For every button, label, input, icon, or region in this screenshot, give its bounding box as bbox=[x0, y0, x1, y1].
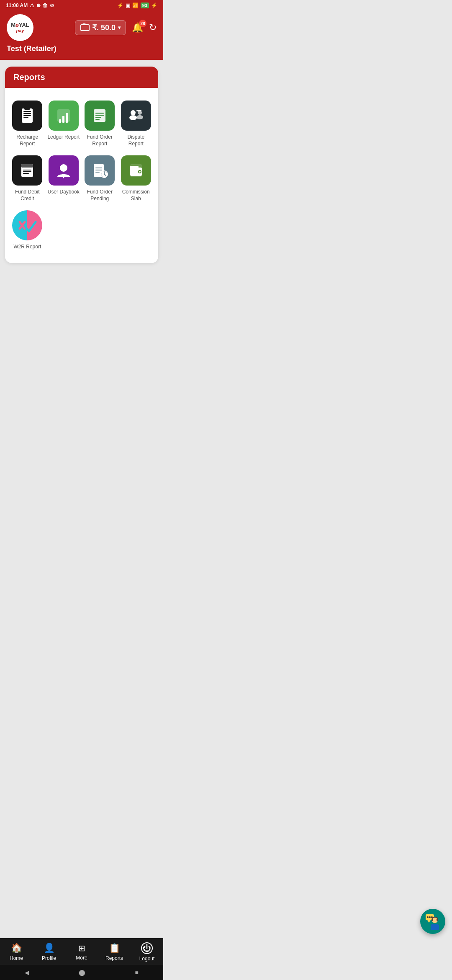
commission-slab-icon bbox=[121, 155, 151, 186]
svg-rect-5 bbox=[24, 108, 30, 110]
svg-rect-11 bbox=[95, 113, 104, 114]
empty-space bbox=[0, 270, 163, 379]
commission-slab-item[interactable]: Commission Slab bbox=[118, 151, 154, 206]
fund-order-pending-item[interactable]: Fund Order Pending bbox=[82, 151, 118, 206]
recharge-report-item[interactable]: Recharge Report bbox=[9, 96, 46, 151]
battery-level: 93 bbox=[141, 3, 149, 8]
fund-debit-credit-item[interactable]: Fund Debit Credit bbox=[9, 151, 46, 206]
user-daybook-label: User Daybook bbox=[48, 189, 80, 196]
fund-debit-credit-label: Fund Debit Credit bbox=[11, 189, 44, 202]
fund-order-report-icon bbox=[85, 101, 115, 131]
commission-slab-label: Commission Slab bbox=[120, 189, 153, 202]
svg-point-16 bbox=[129, 115, 137, 120]
fund-order-pending-icon bbox=[85, 155, 115, 186]
fund-order-report-item[interactable]: Fund Order Report bbox=[82, 96, 118, 151]
fund-order-pending-label: Fund Order Pending bbox=[83, 189, 116, 202]
fund-debit-credit-icon bbox=[12, 155, 42, 186]
at-icon: ⊕ bbox=[36, 3, 41, 8]
dispute-report-item[interactable]: Dispute Report bbox=[118, 96, 154, 151]
w2r-report-label: W2R Report bbox=[13, 244, 41, 250]
svg-rect-23 bbox=[23, 171, 31, 172]
chevron-down-icon: ▾ bbox=[118, 25, 121, 31]
recharge-report-label: Recharge Report bbox=[11, 134, 44, 147]
dispute-report-icon bbox=[121, 101, 151, 131]
svg-rect-22 bbox=[23, 170, 31, 170]
svg-rect-8 bbox=[62, 116, 64, 123]
wifi-icon: 📶 bbox=[132, 3, 139, 8]
svg-rect-9 bbox=[66, 113, 68, 123]
svg-rect-1 bbox=[23, 111, 31, 112]
logo: MøYAL pay bbox=[7, 14, 33, 41]
reports-card: Reports Recharge Report bbox=[5, 67, 158, 263]
svg-point-25 bbox=[60, 164, 67, 172]
svg-rect-7 bbox=[59, 119, 61, 123]
svg-rect-21 bbox=[21, 164, 33, 168]
ledger-report-icon bbox=[49, 101, 79, 131]
warning-icon: ⚠ bbox=[30, 3, 34, 8]
user-daybook-icon bbox=[49, 155, 79, 186]
svg-rect-3 bbox=[23, 115, 31, 116]
reports-header: Reports bbox=[5, 67, 158, 88]
header-top: MøYAL pay ₹. 50.0 ▾ 🔔 28 ↻ bbox=[7, 14, 157, 41]
svg-point-15 bbox=[131, 110, 136, 115]
w2r-report-icon bbox=[12, 210, 42, 240]
charging-icon: ⚡ bbox=[151, 3, 157, 8]
svg-rect-29 bbox=[95, 170, 102, 170]
header: MøYAL pay ₹. 50.0 ▾ 🔔 28 ↻ Test (Retaile… bbox=[0, 10, 163, 60]
dispute-report-label: Dispute Report bbox=[120, 134, 153, 147]
svg-rect-14 bbox=[95, 119, 100, 120]
svg-point-39 bbox=[139, 171, 141, 173]
svg-rect-24 bbox=[23, 173, 29, 174]
svg-rect-2 bbox=[23, 113, 31, 114]
sim-icon: ▣ bbox=[126, 3, 130, 8]
wallet-icon bbox=[80, 24, 90, 31]
status-left: 11:00 AM ⚠ ⊕ 🗑 ⊘ bbox=[6, 3, 54, 8]
user-name: Test (Retailer) bbox=[7, 44, 157, 53]
recharge-report-icon bbox=[12, 101, 42, 131]
bluetooth-icon: ⚡ bbox=[117, 3, 123, 8]
notification-badge: 28 bbox=[139, 20, 146, 27]
logo-text: MøYAL pay bbox=[11, 22, 29, 33]
svg-rect-4 bbox=[23, 117, 28, 118]
svg-marker-26 bbox=[62, 175, 65, 178]
fund-order-report-label: Fund Order Report bbox=[83, 134, 116, 147]
svg-rect-30 bbox=[95, 172, 100, 173]
w2r-report-item[interactable]: W2R Report bbox=[9, 206, 46, 255]
reports-title: Reports bbox=[13, 72, 150, 82]
header-right: ₹. 50.0 ▾ 🔔 28 ↻ bbox=[75, 20, 157, 35]
delete-icon: 🗑 bbox=[43, 3, 48, 8]
svg-rect-19 bbox=[136, 110, 141, 111]
reports-grid: Recharge Report Ledger Report bbox=[5, 88, 158, 263]
svg-rect-28 bbox=[95, 168, 102, 168]
svg-rect-37 bbox=[130, 166, 139, 169]
ledger-report-item[interactable]: Ledger Report bbox=[46, 96, 82, 151]
svg-rect-13 bbox=[95, 117, 101, 118]
svg-point-40 bbox=[12, 210, 42, 240]
notification-bell[interactable]: 🔔 28 bbox=[132, 22, 143, 33]
refresh-icon[interactable]: ↻ bbox=[149, 22, 157, 33]
ledger-report-label: Ledger Report bbox=[47, 134, 80, 141]
user-daybook-item[interactable]: User Daybook bbox=[46, 151, 82, 206]
status-right: ⚡ ▣ 📶 93 ⚡ bbox=[117, 3, 157, 8]
svg-point-18 bbox=[136, 115, 143, 119]
svg-rect-12 bbox=[95, 115, 104, 116]
status-bar: 11:00 AM ⚠ ⊕ 🗑 ⊘ ⚡ ▣ 📶 93 ⚡ bbox=[0, 0, 163, 10]
balance-box[interactable]: ₹. 50.0 ▾ bbox=[75, 20, 126, 35]
blocked-icon: ⊘ bbox=[50, 3, 54, 8]
time: 11:00 AM bbox=[6, 3, 28, 8]
balance-amount: ₹. 50.0 bbox=[92, 23, 116, 32]
